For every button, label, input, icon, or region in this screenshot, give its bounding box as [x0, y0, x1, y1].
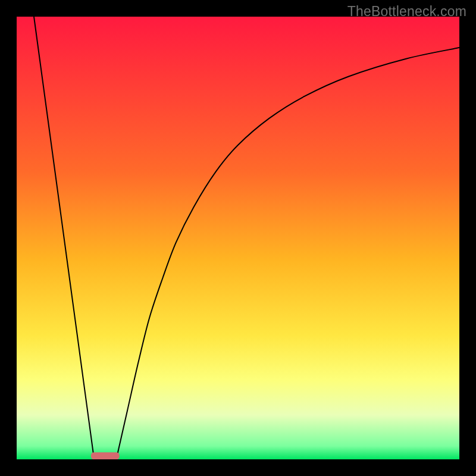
optimum-marker [91, 452, 120, 459]
chart-plot-area [17, 17, 459, 459]
gradient-background [17, 17, 459, 459]
chart-svg [17, 17, 459, 459]
chart-frame: TheBottleneck.com [0, 0, 476, 476]
watermark-text: TheBottleneck.com [347, 4, 466, 20]
